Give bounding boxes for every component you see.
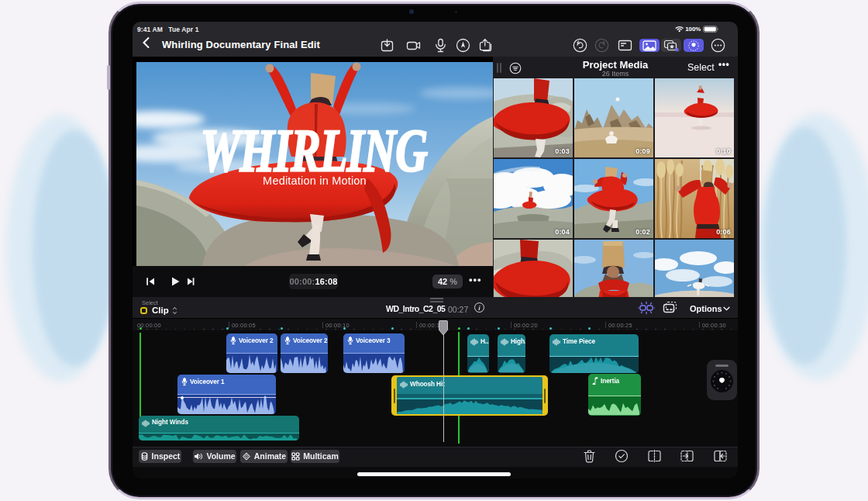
svg-text:100%: 100%	[685, 26, 701, 33]
svg-text:Meditation in Motion: Meditation in Motion	[263, 174, 367, 187]
